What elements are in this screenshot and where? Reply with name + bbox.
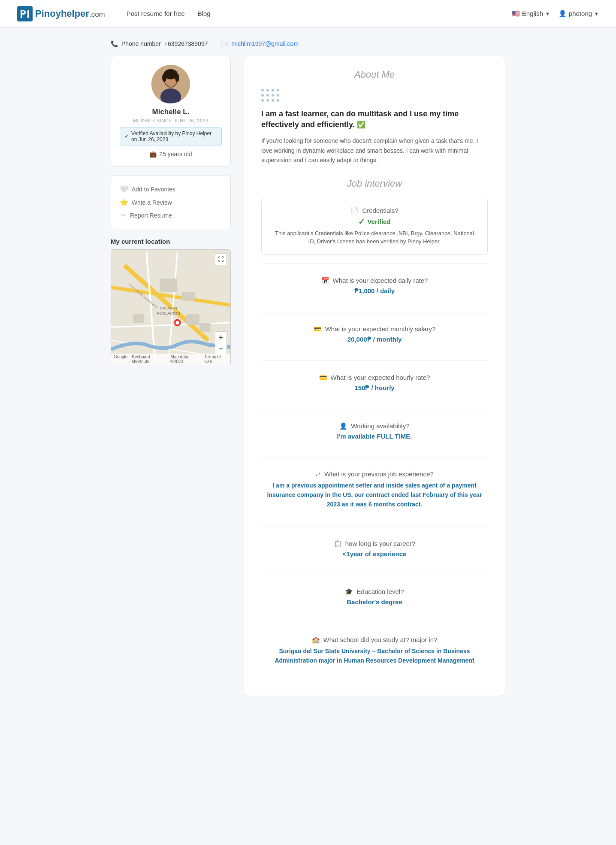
career-length-question: 📋 how long is your career? [261, 540, 488, 548]
qa-monthly-salary: 💳 What is your expected monthly salary? … [261, 321, 488, 352]
map-zoom-in-button[interactable]: + [215, 331, 227, 343]
chevron-down-icon: ▼ [545, 11, 550, 16]
review-label: Write a Review [132, 199, 172, 206]
language-label: English [522, 10, 543, 17]
monthly-salary-answer: 20,000₱ / monthly [261, 336, 488, 343]
daily-rate-question: 📅 What is your expected daily rate? [261, 277, 488, 285]
add-to-favorites-button[interactable]: 🤍 Add to Favorites [120, 182, 222, 196]
phone-label: Phone number [121, 40, 161, 47]
map-expand-button[interactable]: ⛶ [215, 253, 227, 265]
phone-contact: 📞 Phone number+639267389097 [111, 40, 208, 47]
credentials-sub: This applicant's Credentials like Police… [275, 229, 474, 246]
svg-rect-15 [160, 279, 177, 292]
keyboard-shortcuts-label: Keyboard shortcuts [132, 354, 166, 364]
verified-checkmark-icon: ✅ [357, 121, 365, 128]
location-section: My current location [111, 238, 231, 365]
email-link[interactable]: michlim1997@gmail.com [231, 40, 299, 47]
heart-icon: 🤍 [120, 185, 128, 193]
navbar-right: 🇺🇸 English ▼ 👤 photong ▼ [512, 10, 599, 18]
qa-hourly-rate: 💳 What is your expected hourly rate? 150… [261, 369, 488, 400]
svg-rect-19 [199, 323, 211, 332]
two-col-layout: Michelle L. MEMBER SINCE JUNE 26, 2023 ✓… [111, 56, 505, 696]
qa-availability: 👤 Working availability? I'm available FU… [261, 418, 488, 448]
email-icon: ✉️ [220, 40, 228, 47]
user-icon: 👤 [559, 10, 567, 18]
location-title: My current location [111, 238, 231, 245]
svg-rect-17 [133, 314, 144, 323]
nav-links: Post resume for free Blog [127, 10, 211, 17]
person-icon: 👤 [339, 422, 347, 430]
phone-value: +639267389097 [164, 40, 208, 47]
availability-answer: I'm available FULL TIME. [261, 433, 488, 440]
main-content: 📞 Phone number+639267389097 ✉️ michlim19… [102, 40, 514, 696]
age-row: 💼 25 years old [120, 151, 222, 157]
availability-question: 👤 Working availability? [261, 422, 488, 430]
qa-school: 🏫 What school did you study at? major in… [261, 632, 488, 674]
svg-text:CALINAN: CALINAN [160, 306, 177, 310]
language-button[interactable]: 🇺🇸 English ▼ [512, 10, 550, 18]
hourly-rate-question: 💳 What is your expected hourly rate? [261, 374, 488, 382]
calendar-icon: 📅 [321, 277, 329, 285]
svg-point-6 [162, 73, 166, 82]
education-question: 🎓 Education level? [261, 588, 488, 596]
navbar: Pinoyhelper.com Post resume for free Blo… [0, 0, 616, 27]
daily-rate-answer: ₱1,000 / daily [261, 287, 488, 295]
report-label: Report Resume [130, 212, 172, 219]
map-data-label: Map data ©2023 [170, 354, 200, 364]
credentials-answer: Verified [367, 218, 390, 225]
svg-text:POBLACION: POBLACION [157, 312, 180, 316]
qa-career-length: 📋 how long is your career? <1year of exp… [261, 536, 488, 566]
blog-link[interactable]: Blog [198, 10, 211, 17]
qa-education: 🎓 Education level? Bachelor's degree [261, 584, 488, 614]
school-question: 🏫 What school did you study at? major in… [261, 636, 488, 644]
svg-rect-16 [182, 292, 195, 301]
flag-icon: 🇺🇸 [512, 10, 520, 18]
email-contact: ✉️ michlim1997@gmail.com [220, 40, 299, 47]
write-review-button[interactable]: ⭐ Write a Review [120, 196, 222, 209]
doc-icon: 📄 [350, 207, 359, 215]
map-container: CALINAN POBLACION Davao-Buda National Hw… [111, 249, 231, 365]
credentials-question: 📄 Credentials? [275, 207, 474, 215]
clipboard-icon: 📋 [334, 540, 342, 548]
school-icon: 🏫 [312, 636, 320, 644]
verified-badge: ✓ Verified Availability by Pinoy Helper … [120, 127, 222, 145]
contact-bar: 📞 Phone number+639267389097 ✉️ michlim19… [111, 40, 505, 47]
education-answer: Bachelor's degree [261, 598, 488, 606]
clock-icon: 💳 [319, 374, 327, 382]
dots-decoration [261, 89, 488, 103]
user-menu-button[interactable]: 👤 photong ▼ [559, 10, 599, 18]
job-interview-title: Job interview [261, 178, 488, 189]
username-label: photong [569, 10, 592, 17]
svg-point-23 [175, 321, 179, 324]
qa-credentials: 📄 Credentials? ✓ Verified This applicant… [261, 198, 488, 255]
age-label: 25 years old [159, 151, 192, 157]
hourly-rate-answer: 150₱ / hourly [261, 384, 488, 392]
school-answer: Surigao del Sur State University – Bache… [261, 646, 488, 666]
briefcase-icon: 💼 [149, 151, 157, 157]
experience-answer: I am a previous appointment setter and i… [261, 481, 488, 509]
flag-icon: 🏳 [120, 212, 127, 219]
report-resume-button[interactable]: 🏳 Report Resume [120, 209, 222, 222]
credentials-check-icon: ✓ [358, 217, 365, 227]
post-resume-link[interactable]: Post resume for free [127, 10, 185, 17]
qa-experience: ⇌ What is your previous job experience? … [261, 466, 488, 518]
card-icon: 💳 [314, 325, 322, 333]
transfer-icon: ⇌ [315, 470, 321, 478]
avatar [151, 65, 190, 103]
check-icon: ✓ [124, 133, 129, 139]
phone-icon: 📞 [111, 40, 118, 47]
svg-rect-18 [186, 314, 199, 325]
terms-label: Terms of Use [204, 354, 228, 364]
about-me-title: About Me [261, 69, 488, 80]
monthly-salary-question: 💳 What is your expected monthly salary? [261, 325, 488, 333]
favorite-label: Add to Favorites [132, 186, 175, 193]
logo[interactable]: Pinoyhelper.com [17, 6, 105, 21]
star-icon: ⭐ [120, 198, 128, 206]
profile-name: Michelle L. [120, 108, 222, 116]
about-section: About Me I am a fast learner, can do mul… [244, 56, 505, 696]
chevron-down-icon: ▼ [594, 11, 599, 16]
about-headline: I am a fast learner, can do multitask an… [261, 109, 488, 130]
profile-card: Michelle L. MEMBER SINCE JUNE 26, 2023 ✓… [111, 56, 231, 167]
svg-point-7 [175, 73, 179, 82]
about-body: If you're looking for someone who doesn'… [261, 136, 488, 165]
